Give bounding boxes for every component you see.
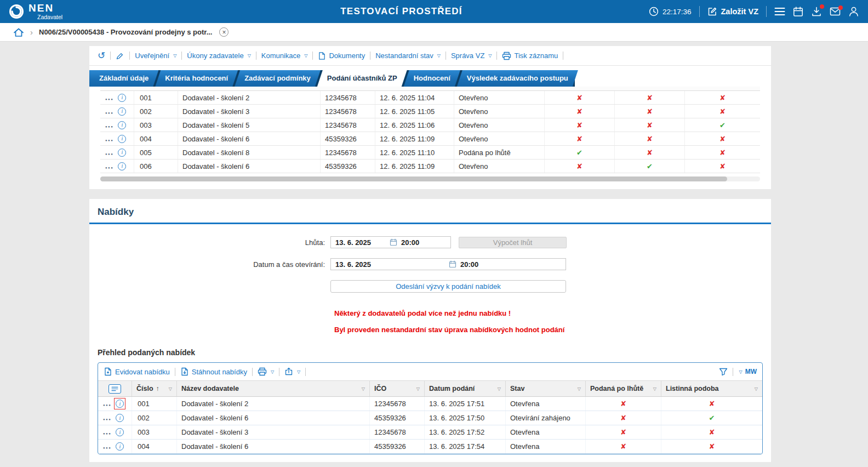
column-filter-icon[interactable]: ▽ [574,386,581,391]
column-filter-icon[interactable]: ▽ [650,386,656,391]
edit-icon[interactable] [116,52,124,60]
participant-row[interactable]: 003 Dodavatel - školení 5 12345678 12. 6… [100,118,760,132]
mail-icon[interactable] [830,7,841,16]
column-filter-icon[interactable]: ▽ [358,386,365,391]
toolbar-item-tisk-zaznamu[interactable]: Tisk záznamu [502,52,558,60]
nabidka-row[interactable]: 003 Dodavatel - školení 3 12345678 13. 6… [98,425,762,440]
participant-row[interactable]: 002 Dodavatel - školení 3 12345678 12. 6… [100,105,760,118]
info-icon[interactable] [118,121,126,129]
toolbar-item-ukony-zadavatele[interactable]: Úkony zadavatele▽ [187,52,251,60]
calendar-picker-icon[interactable] [449,260,456,268]
nen-home-link[interactable]: NEN Zadavatel [9,3,154,20]
row-actions-icon[interactable] [103,400,111,407]
header-cislo[interactable]: Číslo↑▽ [132,381,177,396]
column-filter-icon[interactable]: ▽ [413,386,420,391]
info-icon[interactable] [118,107,126,116]
record-card: ↺ Uveřejnění▽ Úkony zadavatele▽ Komunika… [89,46,771,189]
podana-po-lhute-mark: ✘ [586,397,661,411]
close-tab-icon[interactable]: × [219,27,229,37]
evidovat-nabidku-button[interactable]: Evidovat nabídku [104,367,170,376]
flag-mark-1: ✘ [545,91,615,104]
column-filter-icon[interactable]: ▽ [165,386,172,391]
tab-3[interactable]: Zadávací podmínky [235,70,321,87]
header-nazev-dodavatele[interactable]: Název dodavatele▽ [177,381,370,396]
info-icon[interactable] [116,442,124,451]
row-actions-icon[interactable] [105,149,113,156]
participant-row[interactable]: 001 Dodavatel - školení 2 12345678 12. 6… [100,91,760,105]
menu-icon[interactable] [774,7,785,16]
stav-value: Otevřena [506,440,586,453]
lhuta-time-value[interactable]: 20:00 [401,238,419,247]
row-actions-icon[interactable] [103,414,111,422]
participant-row[interactable]: 005 Dodavatel - školení 8 12345678 12. 6… [100,146,760,160]
row-actions-icon[interactable] [105,108,113,115]
row-actions-icon[interactable] [105,135,113,143]
participant-row[interactable]: 004 Dodavatel - školení 6 45359326 12. 6… [100,132,760,146]
tab-bar: Základní údajeKritéria hodnoceníZadávací… [89,70,575,87]
row-actions-icon[interactable] [103,443,111,450]
create-vz-button[interactable]: Založit VZ [707,7,758,16]
odeslani-vyzvy-button[interactable]: Odeslání výzvy k podání nabídek [330,280,566,293]
compose-icon [707,7,717,16]
info-icon[interactable] [116,428,124,436]
info-icon[interactable] [118,94,126,102]
ico-value: 12345678 [321,118,375,132]
header-listinna-podoba[interactable]: Listinná podoba▽ [661,381,762,396]
horizontal-scrollbar[interactable] [100,176,760,181]
row-actions-icon[interactable] [105,94,113,101]
info-icon[interactable] [116,414,124,422]
view-selector[interactable]: ▽MW [738,368,757,375]
scrollbar-thumb[interactable] [100,176,727,181]
tab-5[interactable]: Hodnocení [404,70,460,87]
header-datum-podani[interactable]: Datum podání▽ [425,381,506,396]
flag-mark-2: ✘ [615,146,685,159]
oteviraní-time-value[interactable]: 20:00 [460,260,478,269]
stahnout-nabidky-button[interactable]: Stáhnout nabídky [180,367,247,376]
toolbar-item-uverejneni[interactable]: Uveřejnění▽ [135,52,176,60]
user-icon[interactable] [848,6,859,17]
toolbar-item-sprava-vz[interactable]: Správa VZ▽ [451,52,492,60]
oteviraní-date-value[interactable]: 13. 6. 2025 [335,260,445,269]
column-filter-icon[interactable]: ▽ [751,386,758,391]
lhuta-date-value[interactable]: 13. 6. 2025 [335,238,386,247]
toolbar-item-komunikace[interactable]: Komunikace▽ [261,52,308,60]
flag-mark-2: ✘ [615,118,685,132]
nabidka-row[interactable]: 004 Dodavatel - školení 6 45359326 13. 6… [98,440,762,454]
home-icon[interactable] [13,27,24,37]
page: NEN Zadavatel TESTOVACÍ PROSTŘEDÍ 22:17:… [0,0,868,462]
info-icon[interactable] [118,149,126,157]
download-icon[interactable] [811,6,822,17]
tab-4[interactable]: Podání účastníků ZP [317,70,407,87]
header-ico[interactable]: IČO▽ [370,381,425,396]
column-filter-icon[interactable]: ▽ [494,386,501,391]
filter-icon[interactable] [719,368,728,376]
header-stav[interactable]: Stav▽ [506,381,586,396]
toolbar-item-dokumenty[interactable]: Dokumenty [318,52,365,60]
print-list-button[interactable]: ▽ [258,367,274,376]
breadcrumb-item[interactable]: N006/25/V00005438 - Provozování prodejny… [39,28,212,36]
flag-mark-3: ✔ [685,118,760,132]
calendar-picker-icon[interactable] [390,238,397,246]
row-actions-icon[interactable] [105,163,113,170]
history-icon[interactable]: ↺ [98,51,105,60]
tab-2[interactable]: Kritéria hodnocení [155,70,238,87]
row-actions-icon[interactable] [103,429,111,436]
calendar-icon[interactable] [793,7,803,17]
export-button[interactable]: ▽ [284,367,300,376]
lhuta-input[interactable]: 13. 6. 2025 20:00 [330,236,451,248]
nabidka-row[interactable]: 002 Dodavatel - školení 6 45359326 13. 6… [98,411,762,425]
info-icon[interactable] [118,135,126,143]
info-icon[interactable] [116,400,124,408]
header-podana-po-lhute[interactable]: Podaná po lhůtě▽ [586,381,661,396]
row-actions-icon[interactable] [105,122,113,129]
datum-oteviraní-input[interactable]: 13. 6. 2025 20:00 [330,258,566,270]
info-icon[interactable] [118,162,126,170]
nabidka-row[interactable]: 001 Dodavatel - školení 2 12345678 13. 6… [98,397,762,411]
column-settings-icon[interactable] [108,384,121,394]
tab-6[interactable]: Výsledek zadávacího postupu [457,70,578,87]
submission-date: 12. 6. 2025 11:04 [375,91,454,104]
participant-row[interactable]: 006 Dodavatel - školení 6 45359326 12. 6… [100,160,760,173]
toolbar-item-nestandardni-stav[interactable]: Nestandardní stav▽ [375,52,441,60]
tab-1[interactable]: Základní údaje [89,70,158,87]
row-number: 003 [134,118,178,132]
